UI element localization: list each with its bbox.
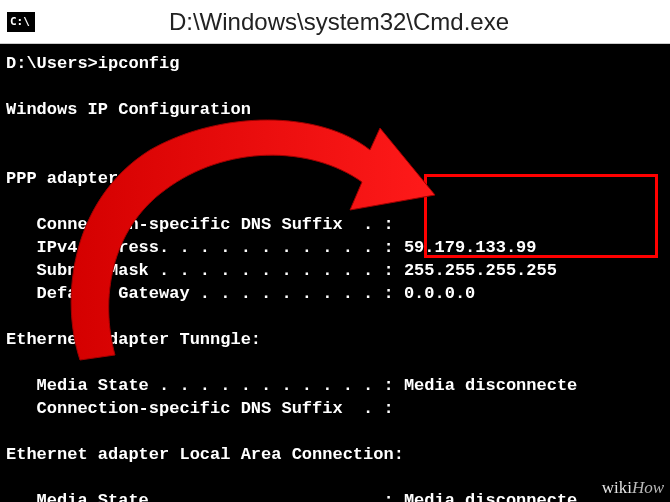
cmd-window: C:\ D:\Windows\system32\Cmd.exe D:\Users… bbox=[0, 0, 670, 502]
ip-config-header: Windows IP Configuration bbox=[6, 100, 251, 119]
line-value: Media disconnecte bbox=[404, 491, 577, 502]
prompt: D:\Users> bbox=[6, 54, 98, 73]
line-label: IPv4 Address. . . . . . . . . . . bbox=[6, 238, 373, 257]
section-title: Ethernet adapter Local Area Connection: bbox=[6, 445, 404, 464]
line-label: Media State . . . . . . . . . . . bbox=[6, 376, 373, 395]
line-label: Connection-specific DNS Suffix . bbox=[6, 399, 373, 418]
cmd-icon: C:\ bbox=[6, 11, 36, 33]
line-value: 0.0.0.0 bbox=[404, 284, 475, 303]
titlebar[interactable]: C:\ D:\Windows\system32\Cmd.exe bbox=[0, 0, 670, 44]
line-value: Media disconnecte bbox=[404, 376, 577, 395]
section-title: Ethernet adapter Tunngle: bbox=[6, 330, 261, 349]
section-title: PPP adapter mtnl: bbox=[6, 169, 179, 188]
line-label: Default Gateway . . . . . . . . . bbox=[6, 284, 373, 303]
line-label: Connection-specific DNS Suffix . bbox=[6, 215, 373, 234]
line-value: 255.255.255.255 bbox=[404, 261, 557, 280]
line-label: Subnet Mask . . . . . . . . . . . bbox=[6, 261, 373, 280]
line-value: 59.179.133.99 bbox=[404, 238, 537, 257]
watermark-text: How bbox=[632, 478, 664, 497]
command: ipconfig bbox=[98, 54, 180, 73]
cmd-icon-text: C:\ bbox=[10, 15, 30, 28]
line-label: Media State . . . . . . . . . . . bbox=[6, 491, 373, 502]
terminal-output[interactable]: D:\Users>ipconfig Windows IP Configurati… bbox=[0, 44, 670, 502]
watermark: wikiHow bbox=[602, 478, 664, 498]
window-title: D:\Windows\system32\Cmd.exe bbox=[44, 8, 670, 36]
